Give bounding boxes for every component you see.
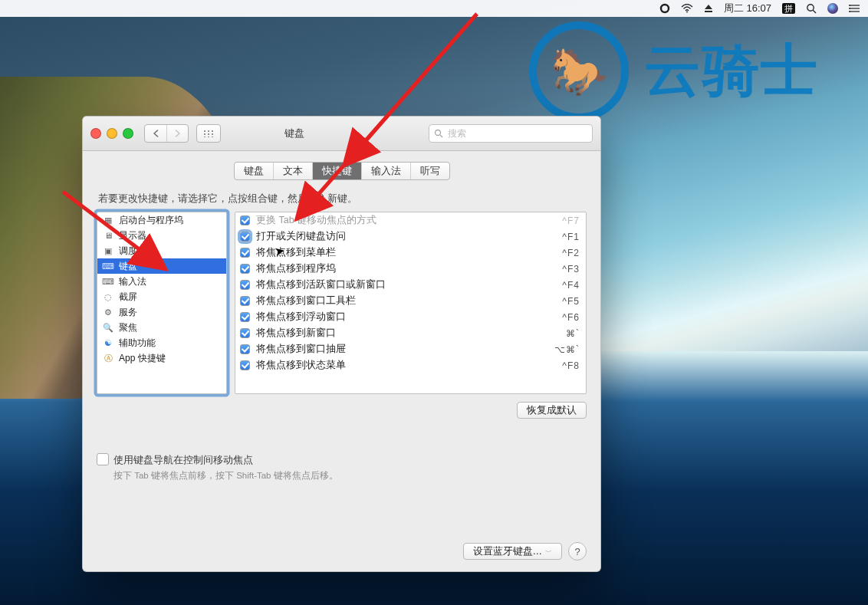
shortcut-row[interactable]: 将焦点移到窗口抽屉⌥⌘` [235,341,586,357]
shortcut-keys: ^F6 [562,312,580,323]
bluetooth-keyboard-button[interactable]: 设置蓝牙键盘…﹀ [463,543,563,560]
sidebar-item-accessibility[interactable]: ☯辅助功能 [97,335,226,350]
circle-icon[interactable] [659,2,670,15]
shortcut-checkbox[interactable] [240,328,250,338]
shortcut-checkbox[interactable] [240,296,250,306]
search-field[interactable] [429,124,593,143]
shortcut-desc: 将焦点移到活跃窗口或新窗口 [256,278,556,291]
search-icon[interactable] [806,2,817,15]
traffic-lights [90,128,133,139]
shortcut-row[interactable]: 将焦点移到活跃窗口或新窗口^F4 [235,277,586,293]
shortcut-desc: 将焦点移到新窗口 [256,327,560,340]
shortcut-desc: 将焦点移到状态菜单 [256,359,556,372]
sidebar-item-mission-control[interactable]: ▣调度中心 [97,243,226,258]
sidebar-item-launchpad[interactable]: ▦启动台与程序坞 [97,212,226,228]
restore-defaults-button[interactable]: 恢复成默认 [517,402,587,419]
instruction-text: 若要更改快捷键，请选择它，点按组合键，然后键入新键。 [98,192,587,206]
sidebar-item-input-sources[interactable]: ⌨输入法 [97,274,226,289]
search-icon [434,129,443,138]
ime-indicator[interactable]: 拼 [782,3,795,14]
sidebar-item-label: 调度中心 [119,245,156,258]
shortcut-desc: 打开或关闭键盘访问 [256,230,556,243]
sidebar-item-label: 聚焦 [119,321,137,334]
tab-keyboard[interactable]: 键盘 [235,163,273,179]
shortcut-checkbox[interactable] [240,248,250,258]
search-input[interactable] [446,127,587,140]
notification-center-icon[interactable] [849,2,860,15]
zoom-button[interactable] [123,128,133,139]
svg-point-10 [849,11,850,12]
minimize-button[interactable] [107,128,117,139]
help-button[interactable]: ? [568,542,587,561]
menu-clock[interactable]: 周二 16:07 [724,2,771,15]
sidebar-item-label: 辅助功能 [119,337,156,350]
sidebar-item-screenshots[interactable]: ◌截屏 [97,289,226,304]
sidebar-item-display[interactable]: 🖥显示器 [97,228,226,243]
shortcut-row[interactable]: 将焦点移到窗口工具栏^F5 [235,293,586,309]
shortcut-row[interactable]: 将焦点移到浮动窗口^F6 [235,309,586,325]
sidebar-item-label: 服务 [119,306,137,319]
tab-dictation[interactable]: 听写 [410,163,449,179]
launchpad-icon: ▦ [102,215,114,225]
shortcut-keys: ⌥⌘` [554,344,580,355]
display-icon: 🖥 [102,231,114,240]
shortcut-desc: 将焦点移到浮动窗口 [256,311,556,324]
shortcut-keys: ⌘` [566,328,580,339]
shortcut-keys: ^F1 [562,232,580,242]
shortcut-row[interactable]: 打开或关闭键盘访问^F1 [235,229,586,245]
keyboard-nav-checkbox-label[interactable]: 使用键盘导航在控制间移动焦点 [97,455,253,465]
svg-line-21 [440,135,442,137]
tab-input-sources[interactable]: 输入法 [361,163,410,179]
desktop-wallpaper: 周二 16:07 拼 🐎 云骑士 [0,0,868,605]
watermark-text: 云骑士 [644,33,819,110]
shortcut-desc: 将焦点移到窗口抽屉 [256,343,548,356]
tab-text[interactable]: 文本 [273,163,312,179]
shortcut-keys: ^F4 [562,280,580,291]
sidebar-item-label: 显示器 [119,229,146,242]
shortcut-row[interactable]: 将焦点移到程序坞^F3 [235,261,586,277]
tab-shortcuts[interactable]: 快捷键 [312,163,361,179]
sidebar-item-app-shortcuts[interactable]: ⒶApp 快捷键 [97,350,226,366]
shortcut-checkbox[interactable] [240,232,250,242]
shortcut-checkbox[interactable] [240,344,250,354]
shortcut-row[interactable]: 更换 Tab 键移动焦点的方式^F7 [235,212,586,229]
category-list[interactable]: ▦启动台与程序坞 🖥显示器 ▣调度中心 ⌨键盘 ⌨输入法 ◌截屏 ⚙服务 🔍聚焦… [97,212,227,394]
knight-icon: 🐎 [537,29,621,113]
shortcut-checkbox[interactable] [240,215,250,225]
shortcut-keys: ^F7 [562,215,580,226]
shortcut-keys: ^F8 [562,360,580,371]
keyboard-nav-checkbox[interactable] [97,453,109,465]
sidebar-item-label: 截屏 [119,291,137,304]
app-shortcuts-icon: Ⓐ [102,353,114,363]
shortcut-row[interactable]: 将焦点移到菜单栏^F2 [235,245,586,261]
accessibility-icon: ☯ [102,338,114,347]
shortcut-keys: ^F2 [562,248,580,258]
svg-point-0 [661,5,669,12]
window-toolbar: 键盘 [83,117,600,151]
svg-point-1 [686,12,688,13]
close-button[interactable] [90,128,101,139]
menu-bar: 周二 16:07 拼 [0,0,868,17]
shortcut-checkbox[interactable] [240,312,250,322]
sidebar-item-spotlight[interactable]: 🔍聚焦 [97,320,226,335]
shortcut-row[interactable]: 将焦点移到状态菜单^F8 [235,357,586,373]
sidebar-item-services[interactable]: ⚙服务 [97,304,226,320]
shortcut-checkbox[interactable] [240,264,250,274]
shortcut-list[interactable]: 更换 Tab 键移动焦点的方式^F7 打开或关闭键盘访问^F1 将焦点移到菜单栏… [235,212,587,394]
back-button[interactable] [145,125,166,142]
services-icon: ⚙ [102,307,114,317]
keyboard-nav-help: 按下 Tab 键将焦点前移，按下 Shift-Tab 键将焦点后移。 [113,470,587,482]
shortcut-keys: ^F3 [562,264,580,275]
svg-point-8 [849,5,850,6]
siri-icon[interactable] [827,2,838,15]
svg-point-9 [849,8,850,9]
input-sources-icon: ⌨ [102,277,114,286]
shortcut-checkbox[interactable] [240,280,250,290]
shortcut-desc: 将焦点移到窗口工具栏 [256,294,556,307]
screenshot-icon: ◌ [102,292,114,301]
shortcut-row[interactable]: 将焦点移到新窗口⌘` [235,325,586,341]
sidebar-item-keyboard[interactable]: ⌨键盘 [97,258,226,274]
shortcut-checkbox[interactable] [240,360,250,370]
wifi-icon[interactable] [681,2,693,15]
eject-icon[interactable] [704,2,713,15]
